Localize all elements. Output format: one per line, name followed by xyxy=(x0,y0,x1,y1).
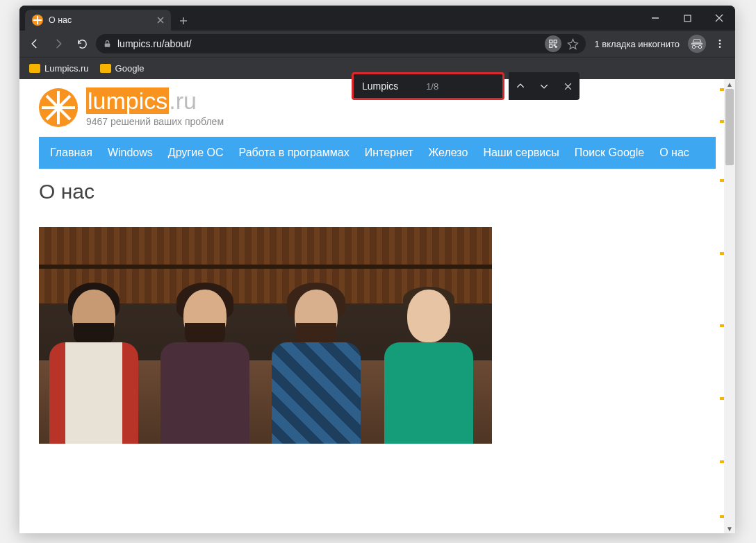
nav-item[interactable]: Железо xyxy=(428,147,468,159)
browser-window: О нас lumpics.ru/about/ xyxy=(19,6,735,533)
tab-title: О нас xyxy=(49,15,72,25)
find-input-box[interactable]: Lumpics 1/8 xyxy=(352,72,504,100)
logo-suffix: .ru xyxy=(169,87,197,114)
incognito-label: 1 вкладка инкогнито xyxy=(590,39,684,49)
window-controls xyxy=(639,6,735,31)
page-viewport: lumpics.ru 9467 решений ваших проблем Гл… xyxy=(19,79,735,533)
page-heading: О нас xyxy=(39,180,716,203)
vertical-scrollbar[interactable]: ▲ ▼ xyxy=(724,79,735,533)
forward-button[interactable] xyxy=(49,34,68,53)
find-query: Lumpics xyxy=(362,81,398,92)
svg-point-7 xyxy=(719,46,721,48)
nav-item[interactable]: Windows xyxy=(108,147,153,159)
nav-item[interactable]: Другие ОС xyxy=(168,147,224,159)
bookmark-item[interactable]: Lumpics.ru xyxy=(29,63,89,74)
find-prev-button[interactable] xyxy=(509,72,532,100)
incognito-icon[interactable] xyxy=(688,35,706,53)
reload-button[interactable] xyxy=(72,34,92,53)
menu-button[interactable] xyxy=(710,34,730,53)
svg-point-5 xyxy=(719,40,721,42)
svg-rect-0 xyxy=(684,15,691,22)
nav-item[interactable]: О нас xyxy=(659,147,689,159)
svg-rect-1 xyxy=(105,43,110,47)
minimize-button[interactable] xyxy=(639,6,671,31)
find-count: 1/8 xyxy=(426,81,438,92)
address-bar[interactable]: lumpics.ru/about/ xyxy=(96,34,586,53)
favicon-icon xyxy=(32,15,43,26)
hero-image xyxy=(39,227,492,444)
close-tab-icon[interactable] xyxy=(157,17,164,24)
find-close-button[interactable] xyxy=(556,72,580,100)
nav-item[interactable]: Поиск Google xyxy=(575,147,644,159)
find-next-button[interactable] xyxy=(532,72,556,100)
tab-active[interactable]: О нас xyxy=(25,10,171,31)
svg-point-6 xyxy=(719,43,721,45)
nav-item[interactable]: Наши сервисы xyxy=(483,147,559,159)
logo-highlight: lumpics xyxy=(86,87,169,114)
nav-item[interactable]: Главная xyxy=(50,147,92,159)
site-logo-icon[interactable] xyxy=(39,88,78,127)
close-window-button[interactable] xyxy=(703,6,735,31)
new-tab-button[interactable] xyxy=(174,11,193,31)
svg-rect-4 xyxy=(550,44,552,47)
nav-item[interactable]: Интернет xyxy=(365,147,413,159)
main-nav: Главная Windows Другие ОС Работа в прогр… xyxy=(39,137,716,169)
nav-item[interactable]: Работа в программах xyxy=(238,147,349,159)
site-logo-text[interactable]: lumpics.ru xyxy=(86,87,224,115)
bookmark-item[interactable]: Google xyxy=(100,63,145,74)
lock-icon xyxy=(103,40,112,49)
find-result-marks xyxy=(720,79,724,533)
scroll-up-icon[interactable]: ▲ xyxy=(724,79,735,89)
svg-rect-2 xyxy=(550,40,552,43)
url-text: lumpics.ru/about/ xyxy=(117,38,192,49)
page-content: lumpics.ru 9467 решений ваших проблем Гл… xyxy=(19,79,735,533)
scrollbar-thumb[interactable] xyxy=(725,89,734,165)
folder-icon xyxy=(29,64,40,73)
star-bookmark-icon[interactable] xyxy=(567,38,579,50)
maximize-button[interactable] xyxy=(671,6,703,31)
find-in-page-bar: Lumpics 1/8 xyxy=(352,72,580,100)
scroll-down-icon[interactable]: ▼ xyxy=(724,524,735,533)
site-tagline: 9467 решений ваших проблем xyxy=(86,116,224,127)
bookmark-label: Lumpics.ru xyxy=(44,63,89,74)
folder-icon xyxy=(100,64,111,73)
toolbar: lumpics.ru/about/ 1 вкладка инкогнито xyxy=(19,31,735,57)
back-button[interactable] xyxy=(25,34,44,53)
bookmark-label: Google xyxy=(115,63,145,74)
tab-strip: О нас xyxy=(19,6,735,31)
svg-rect-3 xyxy=(554,40,557,43)
share-qr-icon[interactable] xyxy=(545,35,561,52)
